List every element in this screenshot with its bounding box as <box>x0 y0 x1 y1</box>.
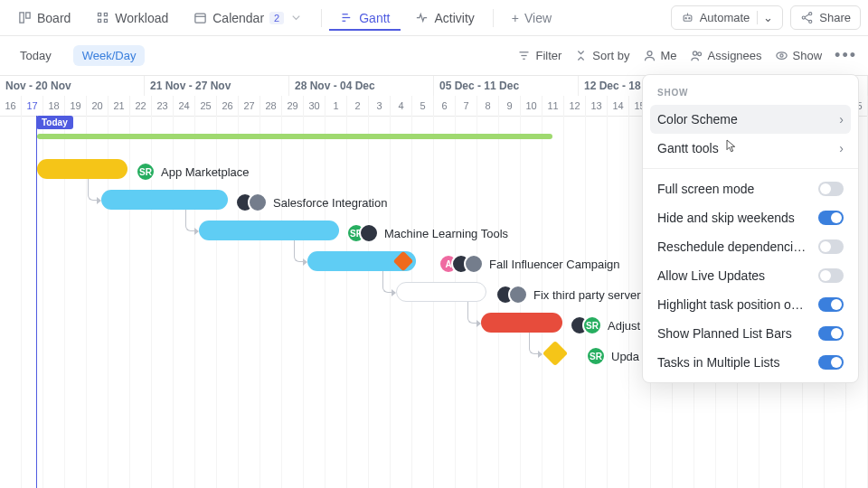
task-label: Fix third party server <box>533 288 640 302</box>
svg-rect-3 <box>105 14 108 16</box>
tab-gantt[interactable]: Gantt <box>329 5 401 31</box>
day-header: 8 <box>477 96 499 116</box>
zoom-level-pill[interactable]: Week/Day <box>73 45 146 66</box>
task-label: Fall Influencer Campaign <box>489 258 620 271</box>
toggle-live-updates[interactable] <box>818 268 844 283</box>
share-icon <box>800 11 814 24</box>
calendar-badge: 2 <box>269 12 284 24</box>
toggle-reschedule[interactable] <box>818 239 844 254</box>
toggle-hide-weekends[interactable] <box>818 211 844 225</box>
week-header: 21 Nov - 27 Nov <box>145 76 289 96</box>
svg-rect-4 <box>99 19 101 22</box>
tab-calendar[interactable]: Calendar2 <box>183 5 314 31</box>
show-button[interactable]: Show <box>775 49 823 62</box>
day-header: 1 <box>326 96 347 116</box>
day-header: 9 <box>499 96 521 116</box>
popup-gantt-tools[interactable]: Gantt tools› <box>643 134 858 163</box>
svg-line-19 <box>805 18 809 21</box>
day-header: 20 <box>87 96 108 116</box>
workload-icon <box>96 11 109 24</box>
chevron-down-icon[interactable]: ⌄ <box>757 11 773 24</box>
task-label: Machine Learning Tools <box>384 227 508 240</box>
svg-point-12 <box>685 18 686 19</box>
tab-workload[interactable]: Workload <box>85 5 179 31</box>
gantt-icon <box>340 11 354 24</box>
day-header: 3 <box>369 96 391 116</box>
assignees-button[interactable]: Assignees <box>690 49 762 62</box>
toggle-multiple-lists[interactable] <box>818 355 844 370</box>
milestone-diamond[interactable] <box>542 341 568 366</box>
eye-icon <box>775 49 788 62</box>
day-header: 4 <box>391 96 412 116</box>
divider <box>643 168 858 169</box>
tab-board[interactable]: Board <box>7 5 81 31</box>
day-header: 21 <box>108 96 130 116</box>
task-bar[interactable] <box>199 221 339 240</box>
filter-button[interactable]: Filter <box>517 49 561 62</box>
more-menu[interactable]: ••• <box>835 46 857 65</box>
day-header: 28 <box>260 96 282 116</box>
task-bar[interactable] <box>37 159 127 179</box>
calendar-icon <box>193 11 207 24</box>
today-button[interactable]: Today <box>11 45 61 66</box>
task-bar[interactable] <box>101 190 228 210</box>
tab-activity[interactable]: Activity <box>404 5 485 31</box>
day-header: 18 <box>43 96 65 116</box>
share-button[interactable]: Share <box>790 5 861 30</box>
popup-fullscreen[interactable]: Full screen mode <box>643 174 858 203</box>
add-view-button[interactable]: +View <box>501 5 562 31</box>
filter-icon <box>517 49 531 62</box>
toggle-highlight-task[interactable] <box>818 297 844 312</box>
popup-highlight-task[interactable]: Highlight task position o… <box>643 290 858 319</box>
day-header: 2 <box>347 96 369 116</box>
sortby-button[interactable]: Sort by <box>574 49 629 62</box>
svg-rect-5 <box>105 19 108 22</box>
task-label: App Marketplace <box>161 165 250 179</box>
task-label: Salesforce Integration <box>273 196 387 210</box>
svg-point-25 <box>697 52 701 56</box>
svg-point-27 <box>780 54 783 57</box>
chevron-down-icon <box>289 11 303 24</box>
avatar: SR <box>136 162 156 182</box>
week-header: 05 Dec - 11 Dec <box>434 76 579 96</box>
day-header: 13 <box>586 96 608 116</box>
divider <box>321 9 322 27</box>
popup-color-scheme[interactable]: Color Scheme› <box>650 105 851 134</box>
task-label: Adjust <box>608 319 640 333</box>
user-icon <box>643 49 656 62</box>
popup-hide-weekends[interactable]: Hide and skip weekends <box>643 203 858 232</box>
popup-planned-bars[interactable]: Show Planned List Bars <box>643 319 858 348</box>
day-header: 30 <box>304 96 326 116</box>
svg-point-24 <box>693 52 696 55</box>
day-header: 19 <box>65 96 87 116</box>
task-bar[interactable] <box>481 313 562 333</box>
avatar <box>359 223 379 243</box>
day-header: 14 <box>608 96 629 116</box>
svg-rect-2 <box>99 14 101 16</box>
sort-icon <box>574 49 588 62</box>
day-header: 10 <box>521 96 542 116</box>
day-header: 12 <box>564 96 586 116</box>
me-filter-button[interactable]: Me <box>643 49 677 62</box>
popup-live-updates[interactable]: Allow Live Updates <box>643 261 858 290</box>
day-header: 17 <box>22 96 43 116</box>
summary-bar[interactable] <box>37 134 552 139</box>
divider <box>493 9 494 27</box>
popup-multiple-lists[interactable]: Tasks in Multiple Lists <box>643 348 858 377</box>
task-bar[interactable] <box>396 282 486 302</box>
day-header: 7 <box>456 96 477 116</box>
toggle-fullscreen[interactable] <box>818 182 844 196</box>
day-header: 29 <box>282 96 304 116</box>
view-tabs: Board Workload Calendar2 Gantt Activity … <box>0 0 868 36</box>
popup-reschedule[interactable]: Reschedule dependenci… <box>643 232 858 261</box>
avatar: SR <box>582 315 602 335</box>
day-header: 24 <box>174 96 195 116</box>
task-label: Upda <box>611 350 639 363</box>
toggle-planned-bars[interactable] <box>818 326 844 341</box>
automate-button[interactable]: Automate⌄ <box>671 5 784 30</box>
avatar <box>508 285 528 305</box>
day-header: 5 <box>412 96 434 116</box>
day-header: 16 <box>0 96 22 116</box>
chevron-right-icon: › <box>839 141 844 155</box>
svg-line-18 <box>805 14 809 17</box>
